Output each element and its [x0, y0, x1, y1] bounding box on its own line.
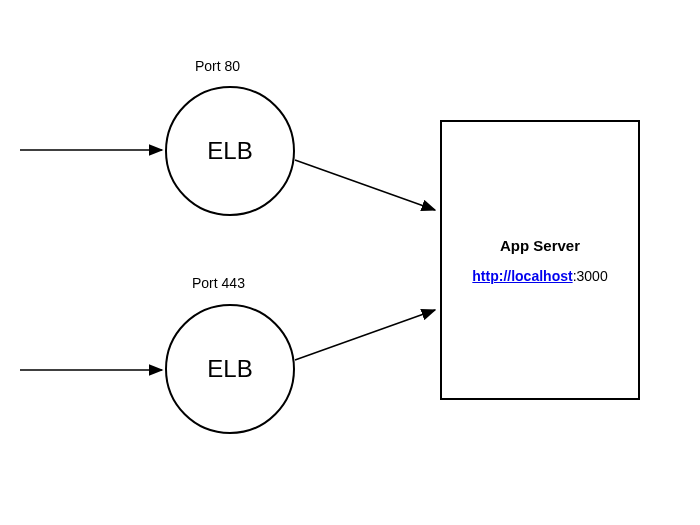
- elb-node-2: ELB: [165, 304, 295, 434]
- app-server-url-link[interactable]: http://localhost: [472, 268, 572, 284]
- app-server-url-port: :3000: [573, 268, 608, 284]
- app-server-box: App Server http://localhost:3000: [440, 120, 640, 400]
- arrow-elb1-to-server: [295, 160, 435, 210]
- app-server-title: App Server: [500, 237, 580, 254]
- app-server-url: http://localhost:3000: [472, 268, 607, 284]
- port-443-label: Port 443: [192, 275, 245, 291]
- diagram-canvas: Port 80 ELB Port 443 ELB App Server http…: [0, 0, 700, 525]
- arrow-elb2-to-server: [295, 310, 435, 360]
- port-80-label: Port 80: [195, 58, 240, 74]
- elb-2-text: ELB: [207, 355, 252, 383]
- elb-node-1: ELB: [165, 86, 295, 216]
- elb-1-text: ELB: [207, 137, 252, 165]
